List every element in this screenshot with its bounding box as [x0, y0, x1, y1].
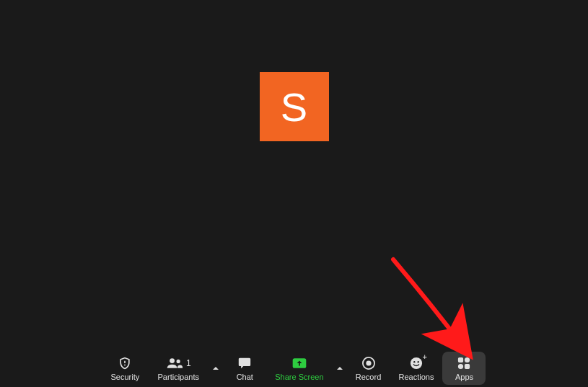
avatar-letter: S: [281, 84, 307, 130]
chat-button[interactable]: Chat: [223, 352, 266, 385]
reactions-label: Reactions: [399, 373, 434, 381]
share-screen-label: Share Screen: [275, 373, 323, 381]
svg-point-0: [170, 358, 175, 363]
participants-button[interactable]: 1 Participants: [148, 352, 209, 385]
svg-point-7: [418, 361, 419, 362]
svg-rect-8: [459, 358, 462, 362]
svg-point-9: [465, 358, 469, 362]
share-screen-chevron[interactable]: [333, 352, 347, 385]
chat-icon: [237, 355, 252, 371]
plus-icon: +: [423, 352, 427, 361]
video-area: S: [0, 0, 588, 350]
apps-button[interactable]: Apps: [442, 352, 486, 385]
record-button[interactable]: Record: [347, 352, 390, 385]
svg-rect-10: [459, 365, 462, 368]
security-button[interactable]: Security: [102, 352, 149, 385]
participants-count: 1: [186, 358, 191, 368]
shield-icon: [118, 355, 132, 371]
reactions-icon: +: [410, 355, 423, 371]
svg-point-6: [413, 361, 415, 362]
apps-label: Apps: [455, 373, 473, 381]
record-icon: [362, 355, 375, 371]
participants-label: Participants: [158, 373, 199, 381]
participants-icon: 1: [166, 355, 191, 371]
apps-icon: [457, 355, 470, 371]
chat-label: Chat: [237, 373, 253, 381]
record-label: Record: [356, 373, 381, 381]
meeting-toolbar: Security 1 Participants Chat Share Scree…: [0, 350, 588, 387]
participant-avatar: S: [260, 72, 329, 141]
security-label: Security: [111, 373, 140, 381]
share-screen-button[interactable]: Share Screen: [266, 352, 332, 385]
svg-point-5: [411, 357, 422, 369]
svg-point-4: [366, 360, 371, 365]
svg-point-1: [177, 360, 180, 363]
participants-chevron[interactable]: [209, 352, 223, 385]
reactions-button[interactable]: + Reactions: [390, 352, 443, 385]
svg-rect-11: [465, 365, 469, 368]
share-screen-icon: [291, 355, 307, 371]
